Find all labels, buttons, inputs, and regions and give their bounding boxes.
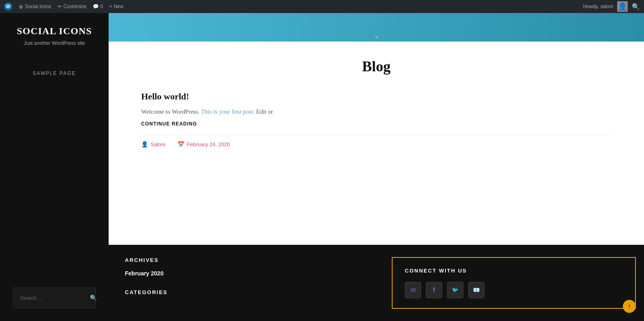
sidebar-item-sample-page[interactable]: SAMPLE PAGE <box>0 66 109 80</box>
archive-feb-link[interactable]: February 2020 <box>125 270 164 277</box>
wp-logo-item[interactable]: W <box>4 2 12 11</box>
chevron-down-icon: ⌄ <box>373 31 380 40</box>
facebook-icon[interactable]: f <box>426 282 442 298</box>
blog-post: Hello world! Welcome to WordPress. This … <box>141 91 611 147</box>
search-input[interactable] <box>20 295 88 301</box>
social-icons-row: ✉ f 🐦 📧 <box>405 282 623 298</box>
author-icon: 👤 <box>141 141 148 147</box>
admin-bar-right: Howdy, saloni 👤 🔍 <box>583 1 640 12</box>
post-date-meta: 📅 February 24, 2020 <box>177 141 230 147</box>
sidebar-nav: SAMPLE PAGE <box>0 66 109 80</box>
pencil-icon: ✏ <box>58 4 62 9</box>
wp-logo-icon: W <box>4 2 12 11</box>
blog-heading: Blog <box>141 58 611 75</box>
email-icon[interactable]: ✉ <box>405 282 421 298</box>
hero-banner: ⌄ <box>109 13 644 42</box>
archives-title: ARCHIVES <box>125 257 375 263</box>
rss-icon[interactable]: 📧 <box>468 282 485 298</box>
page-wrapper: SOCIAL ICONS Just another WordPress site… <box>0 13 644 321</box>
main-content: ⌄ Blog Hello world! Welcome to WordPress… <box>109 13 644 321</box>
site-name-item[interactable]: ⊕ Social Icons <box>19 4 51 10</box>
admin-bar: W ⊕ Social Icons ✏ Customize 💬 0 + New H… <box>0 0 644 13</box>
connect-widget: CONNECT WITH US ✉ f 🐦 📧 <box>392 257 636 309</box>
search-button[interactable]: 🔍 <box>88 295 98 301</box>
post-excerpt: Welcome to WordPress. This is your first… <box>141 107 611 117</box>
site-icon: ⊕ <box>19 4 23 10</box>
twitter-icon[interactable]: 🐦 <box>447 282 463 298</box>
post-author-link[interactable]: Saloni <box>151 141 165 147</box>
avatar[interactable]: 👤 <box>617 1 628 12</box>
arrow-up-icon: ↑ <box>628 303 631 310</box>
footer-left: ARCHIVES February 2020 CATEGORIES <box>109 257 392 309</box>
site-title: SOCIAL ICONS <box>8 25 100 37</box>
post-title[interactable]: Hello world! <box>141 91 611 102</box>
sidebar-header: SOCIAL ICONS Just another WordPress site <box>0 13 109 54</box>
post-date-link[interactable]: February 24, 2020 <box>187 141 230 147</box>
site-name-label: Social Icons <box>25 4 51 9</box>
comment-icon: 💬 <box>93 4 99 9</box>
categories-title: CATEGORIES <box>125 289 375 295</box>
new-label: + New <box>109 4 123 9</box>
blog-area: Blog Hello world! Welcome to WordPress. … <box>109 42 644 245</box>
scroll-to-top-button[interactable]: ↑ <box>623 300 636 313</box>
sidebar-search-area: 🔍 <box>0 281 109 321</box>
sidebar-search-box: 🔍 <box>13 288 96 308</box>
footer-area: ARCHIVES February 2020 CATEGORIES CONNEC… <box>109 245 644 321</box>
calendar-icon: 📅 <box>177 141 184 147</box>
post-excerpt-link[interactable]: This is your first post. <box>201 108 255 115</box>
post-meta: 👤 Saloni 📅 February 24, 2020 <box>141 135 611 147</box>
howdy-label: Howdy, saloni <box>583 4 613 9</box>
new-item[interactable]: + New <box>109 4 123 9</box>
sidebar: SOCIAL ICONS Just another WordPress site… <box>0 13 109 321</box>
connect-title: CONNECT WITH US <box>405 268 623 274</box>
comments-item[interactable]: 💬 0 <box>93 4 103 9</box>
post-author-meta: 👤 Saloni <box>141 141 165 147</box>
site-tagline: Just another WordPress site <box>8 40 100 46</box>
customize-label: Customize <box>63 4 87 9</box>
comments-count: 0 <box>100 4 103 9</box>
search-icon[interactable]: 🔍 <box>632 3 640 11</box>
customize-item[interactable]: ✏ Customize <box>58 4 87 9</box>
continue-reading-link[interactable]: CONTINUE READING <box>141 121 197 127</box>
